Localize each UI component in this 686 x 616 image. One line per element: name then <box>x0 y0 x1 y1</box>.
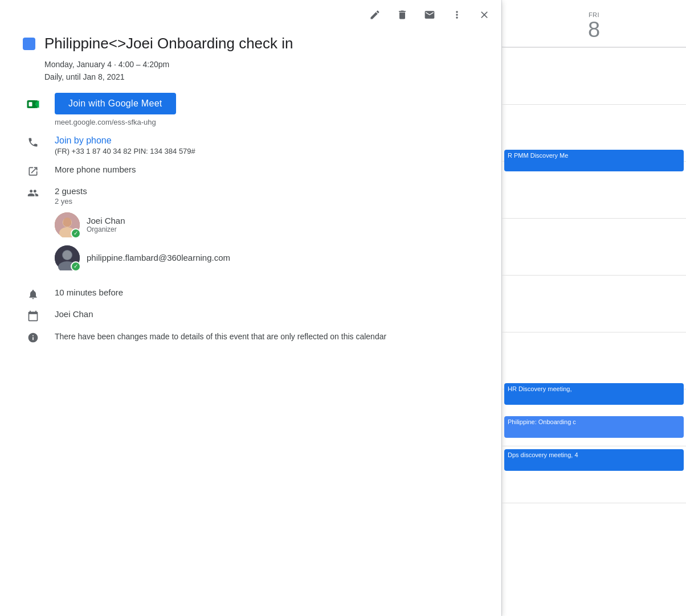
calendar-day-number: 8 <box>511 18 677 42</box>
philippine-check-badge: ✓ <box>71 261 81 272</box>
delete-button[interactable] <box>394 7 410 23</box>
email-button[interactable] <box>422 7 438 23</box>
external-link-icon-col <box>23 165 43 177</box>
cal-event-1[interactable]: R PMM Discovery Me <box>504 150 684 171</box>
calendar-panel: FRI 8 R PMM Discovery Me HR Discovery me… <box>501 0 686 616</box>
google-meet-icon <box>23 94 43 114</box>
toolbar <box>0 0 501 30</box>
guests-icon <box>27 187 39 199</box>
svg-rect-2 <box>29 102 32 106</box>
phone-row: Join by phone (FR) +33 1 87 40 34 82 PIN… <box>23 135 479 155</box>
bell-icon-col <box>23 288 43 300</box>
calendar-header: FRI 8 <box>502 0 686 47</box>
meet-icon-col <box>23 93 43 114</box>
reminder-row: 10 minutes before <box>23 288 479 300</box>
event-content: Philippine<>Joei Onboarding check in Mon… <box>0 30 501 616</box>
calendar-owner-name: Joei Chan <box>55 309 93 319</box>
event-title: Philippine<>Joei Onboarding check in <box>44 34 293 54</box>
guest-item-philippine: ✓ philippine.flambard@360learning.com <box>55 245 230 270</box>
guests-row: 2 guests 2 yes <box>23 186 479 278</box>
event-date: Monday, January 4 <box>44 60 112 69</box>
edit-button[interactable] <box>367 7 383 23</box>
calendar-icon <box>27 310 39 322</box>
event-title-block: Philippine<>Joei Onboarding check in Mon… <box>44 34 293 84</box>
more-phones-label[interactable]: More phone numbers <box>55 165 136 174</box>
guest-list: ✓ Joei Chan Organizer <box>55 212 230 270</box>
event-popup: Philippine<>Joei Onboarding check in Mon… <box>0 0 501 616</box>
meet-content: Join with Google Meet meet.google.com/es… <box>55 93 176 126</box>
event-time-range: 4:00 – 4:20pm <box>119 60 170 69</box>
guests-icon-col <box>23 186 43 199</box>
joei-check-badge: ✓ <box>71 228 81 239</box>
guests-yes: 2 yes <box>55 197 230 206</box>
event-dot: · <box>114 60 119 69</box>
meet-link: meet.google.com/ess-sfka-uhg <box>55 118 176 126</box>
philippine-info: philippine.flambard@360learning.com <box>87 253 230 262</box>
svg-point-11 <box>63 250 72 260</box>
cal-event-3[interactable]: Philippine: Onboarding c <box>504 416 684 438</box>
svg-point-7 <box>63 217 71 227</box>
philippine-avatar-wrap: ✓ <box>55 245 80 270</box>
guests-count: 2 guests <box>55 186 230 196</box>
event-color-dot <box>23 38 35 50</box>
phone-number: (FR) +33 1 87 40 34 82 PIN: 134 384 579# <box>55 147 195 155</box>
guest-item-joei: ✓ Joei Chan Organizer <box>55 212 230 237</box>
joei-role: Organizer <box>87 225 125 233</box>
phone-icon <box>27 137 39 148</box>
info-icon-col <box>23 331 43 343</box>
close-button[interactable] <box>476 7 492 23</box>
event-header: Philippine<>Joei Onboarding check in Mon… <box>23 34 479 84</box>
joei-info: Joei Chan Organizer <box>87 216 125 233</box>
philippine-email: philippine.flambard@360learning.com <box>87 253 230 262</box>
joei-avatar-wrap: ✓ <box>55 212 80 237</box>
calendar-owner-row: Joei Chan <box>23 309 479 322</box>
event-recurrence: Daily, until Jan 8, 2021 <box>44 72 125 81</box>
reminder-label: 10 minutes before <box>55 288 123 297</box>
bell-icon <box>27 289 39 300</box>
more-options-button[interactable] <box>449 7 465 23</box>
joei-name: Joei Chan <box>87 216 125 225</box>
cal-event-2[interactable]: HR Discovery meeting, <box>504 383 684 405</box>
calendar-body: R PMM Discovery Me HR Discovery meeting,… <box>502 47 686 616</box>
info-row: There have been changes made to details … <box>23 331 479 343</box>
meet-row: Join with Google Meet meet.google.com/es… <box>23 93 479 126</box>
event-datetime: Monday, January 4 · 4:00 – 4:20pm Daily,… <box>44 58 293 84</box>
external-link-icon <box>27 166 39 177</box>
more-phones-row: More phone numbers <box>23 165 479 177</box>
calendar-icon-col <box>23 309 43 322</box>
phone-content: Join by phone (FR) +33 1 87 40 34 82 PIN… <box>55 135 195 155</box>
join-meet-button[interactable]: Join with Google Meet <box>55 93 176 114</box>
info-icon <box>27 332 39 343</box>
guests-content: 2 guests 2 yes <box>55 186 230 278</box>
join-phone-link[interactable]: Join by phone <box>55 135 112 145</box>
cal-event-4[interactable]: Dps discovery meeting, 4 <box>504 449 684 471</box>
info-text: There have been changes made to details … <box>55 331 386 343</box>
phone-icon-col <box>23 135 43 148</box>
